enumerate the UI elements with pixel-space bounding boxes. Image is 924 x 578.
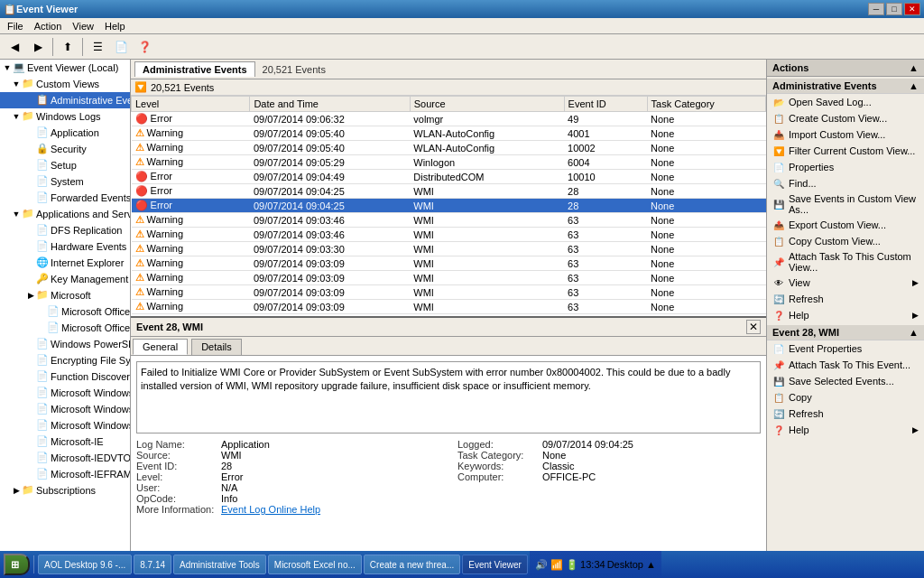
table-row[interactable]: ⚠ Warning 09/07/2014 09:03:30 WMI 63 Non… <box>132 242 766 256</box>
action-view[interactable]: 👁 View ▶ <box>767 275 924 291</box>
taskbar-btn-aol[interactable]: AOL Desktop 9.6 -... <box>38 555 132 574</box>
taskbar-btn-admin[interactable]: Administrative Tools <box>173 555 266 574</box>
tree-windows-logs[interactable]: ▼ 📁 Windows Logs <box>0 108 130 125</box>
action-copy-custom[interactable]: 📋 Copy Custom View... <box>767 233 924 249</box>
menu-help[interactable]: Help <box>99 20 131 33</box>
toolbar-up[interactable]: ⬆ <box>57 37 79 57</box>
maximize-button[interactable]: □ <box>886 3 902 15</box>
tree-ms-iedvtool[interactable]: 📄 Microsoft-IEDVTOOL <box>0 450 130 466</box>
table-row[interactable]: 🔴 Error 09/07/2014 09:04:25 WMI 28 None <box>132 199 766 213</box>
taskbar-btn-eventviewer[interactable]: Event Viewer <box>462 555 528 574</box>
tree-forwarded[interactable]: 📄 Forwarded Events <box>0 190 130 206</box>
menu-file[interactable]: File <box>2 20 29 33</box>
tree-kms[interactable]: 🔑 Key Management Service <box>0 271 130 287</box>
tree-setup[interactable]: 📄 Setup <box>0 157 130 173</box>
table-row[interactable]: ⚠ Warning 09/07/2014 09:03:46 WMI 63 Non… <box>132 228 766 242</box>
tree-winlogs-expand[interactable]: ▼ <box>11 112 22 121</box>
action-help-main[interactable]: ❓ Help ▶ <box>767 307 924 323</box>
tree-microsoft[interactable]: ▶ 📁 Microsoft <box>0 287 130 303</box>
col-header-task[interactable]: Task Category <box>647 97 765 112</box>
close-button[interactable]: ✕ <box>904 3 920 15</box>
tree-sub-expand[interactable]: ▶ <box>11 486 22 495</box>
tree-appservices-expand[interactable]: ▼ <box>11 210 22 219</box>
tree-root-expand[interactable]: ▼ <box>2 63 13 72</box>
action-open-saved-log[interactable]: 📂 Open Saved Log... <box>767 94 924 110</box>
detail-close-button[interactable]: ✕ <box>746 320 761 334</box>
table-row[interactable]: ⚠ Warning 09/07/2014 09:03:09 WMI 63 Non… <box>132 271 766 285</box>
minimize-button[interactable]: ─ <box>868 3 884 15</box>
toolbar-show-hide[interactable]: ☰ <box>87 37 108 57</box>
table-row[interactable]: ⚠ Warning 09/07/2014 09:05:40 WLAN-AutoC… <box>132 126 766 141</box>
action-filter-current[interactable]: 🔽 Filter Current Custom View... <box>767 143 924 159</box>
detail-tab-general[interactable]: General <box>133 339 188 355</box>
tree-subscriptions[interactable]: ▶ 📁 Subscriptions <box>0 482 130 499</box>
action-export-custom[interactable]: 📤 Export Custom View... <box>767 217 924 233</box>
action-properties[interactable]: 📄 Properties <box>767 159 924 175</box>
taskbar-btn-excel[interactable]: Microsoft Excel no... <box>268 555 362 574</box>
tree-powershell[interactable]: 📄 Windows PowerShell <box>0 336 130 352</box>
tree-custom-views[interactable]: ▼ 📁 Custom Views <box>0 76 130 92</box>
col-header-eventid[interactable]: Event ID <box>564 97 647 112</box>
actions-event-collapse[interactable]: ▲ <box>909 327 919 338</box>
actions-collapse[interactable]: ▲ <box>909 62 919 73</box>
col-header-datetime[interactable]: Date and Time <box>250 97 410 112</box>
action-refresh-event[interactable]: 🔄 Refresh <box>767 406 924 422</box>
tree-dfs[interactable]: 📄 DFS Replication <box>0 222 130 238</box>
table-row[interactable]: 🔴 Error 09/07/2014 09:04:25 WMI 28 None <box>132 184 766 199</box>
tree-ms-win2[interactable]: 📄 Microsoft Windows Servi... <box>0 401 130 417</box>
taskbar-btn-8714[interactable]: 8.7.14 <box>134 555 171 574</box>
table-row[interactable]: ⚠ Warning 09/07/2014 09:03:09 WMI 63 Non… <box>132 285 766 300</box>
tree-security[interactable]: 🔒 Security <box>0 141 130 157</box>
tree-ms-ie[interactable]: 📄 Microsoft-IE <box>0 434 130 450</box>
action-attach-task-custom[interactable]: 📌 Attach Task To This Custom View... <box>767 249 924 275</box>
events-table-container[interactable]: Level Date and Time Source Event ID Task… <box>131 96 766 316</box>
menu-action[interactable]: Action <box>29 20 68 33</box>
tree-appservices[interactable]: ▼ 📁 Applications and Services Lo... <box>0 206 130 222</box>
table-row[interactable]: ⚠ Warning 09/07/2014 09:03:09 WMI 63 Non… <box>132 256 766 271</box>
tree-ms-winshell[interactable]: 📄 Microsoft Windows Shell <box>0 417 130 434</box>
tree-ms-expand[interactable]: ▶ <box>25 291 36 300</box>
table-row[interactable]: ⚠ Warning 09/07/2014 09:03:09 WMI 63 Non… <box>132 300 766 314</box>
action-help-event[interactable]: ❓ Help ▶ <box>767 422 924 438</box>
tree-hardware[interactable]: 📄 Hardware Events <box>0 238 130 255</box>
col-header-source[interactable]: Source <box>410 97 564 112</box>
table-row[interactable]: 🔴 Error 09/07/2014 09:06:32 volmgr 49 No… <box>132 112 766 126</box>
tree-fds[interactable]: 📄 Function Discovery Provi... <box>0 368 130 385</box>
action-import-custom-view[interactable]: 📥 Import Custom View... <box>767 126 924 143</box>
action-attach-task-event[interactable]: 📌 Attach Task To This Event... <box>767 357 924 373</box>
action-save-selected[interactable]: 💾 Save Selected Events... <box>767 373 924 389</box>
action-create-custom-view[interactable]: 📋 Create Custom View... <box>767 110 924 126</box>
toolbar-forward[interactable]: ▶ <box>27 37 49 57</box>
table-row[interactable]: ⚠ Warning 09/07/2014 09:05:40 WLAN-AutoC… <box>132 141 766 155</box>
action-copy[interactable]: 📋 Copy <box>767 389 924 406</box>
tree-ms-ieframe[interactable]: 📄 Microsoft-IEFRAME <box>0 466 130 482</box>
toolbar-back[interactable]: ◀ <box>4 37 25 57</box>
taskbar-btn-thread[interactable]: Create a new threa... <box>364 555 460 574</box>
tree-ie[interactable]: 🌐 Internet Explorer <box>0 255 130 271</box>
tree-root[interactable]: ▼ 💻 Event Viewer (Local) <box>0 60 130 76</box>
actions-main-collapse[interactable]: ▲ <box>909 80 919 91</box>
action-find[interactable]: 🔍 Find... <box>767 175 924 191</box>
detail-value-moreinfo[interactable]: Event Log Online Help <box>221 504 320 515</box>
start-button[interactable]: ⊞ <box>4 554 30 575</box>
table-row[interactable]: 🔴 Error 09/07/2014 09:04:49 DistributedC… <box>132 170 766 184</box>
col-header-level[interactable]: Level <box>132 97 250 112</box>
action-save-events[interactable]: 💾 Save Events in Custom View As... <box>767 191 924 217</box>
active-tab[interactable]: Administrative Events <box>134 61 255 77</box>
tree-msoffice-sessions[interactable]: 📄 Microsoft Office Sessions <box>0 320 130 336</box>
menu-view[interactable]: View <box>67 20 99 33</box>
tree-application[interactable]: 📄 Application <box>0 125 130 141</box>
action-refresh-main[interactable]: 🔄 Refresh <box>767 291 924 307</box>
tree-efs[interactable]: 📄 Encrypting File System <box>0 352 130 368</box>
detail-tab-details[interactable]: Details <box>191 339 242 355</box>
toolbar-help[interactable]: ❓ <box>134 37 155 57</box>
tree-ms-win1[interactable]: 📄 Microsoft Windows Servi... <box>0 385 130 401</box>
action-event-properties[interactable]: 📄 Event Properties <box>767 340 924 357</box>
toolbar-properties[interactable]: 📄 <box>110 37 132 57</box>
table-row[interactable]: ⚠ Warning 09/07/2014 09:03:46 WMI 63 Non… <box>132 213 766 228</box>
tree-system[interactable]: 📄 System <box>0 173 130 190</box>
tree-admin-events[interactable]: 📋 Administrative Events <box>0 92 130 108</box>
table-row[interactable]: ⚠ Warning 09/07/2014 09:05:29 Winlogon 6… <box>132 155 766 170</box>
tree-customviews-expand[interactable]: ▼ <box>11 79 22 89</box>
tree-msoffice-diag[interactable]: 📄 Microsoft Office Diagnos... <box>0 303 130 320</box>
